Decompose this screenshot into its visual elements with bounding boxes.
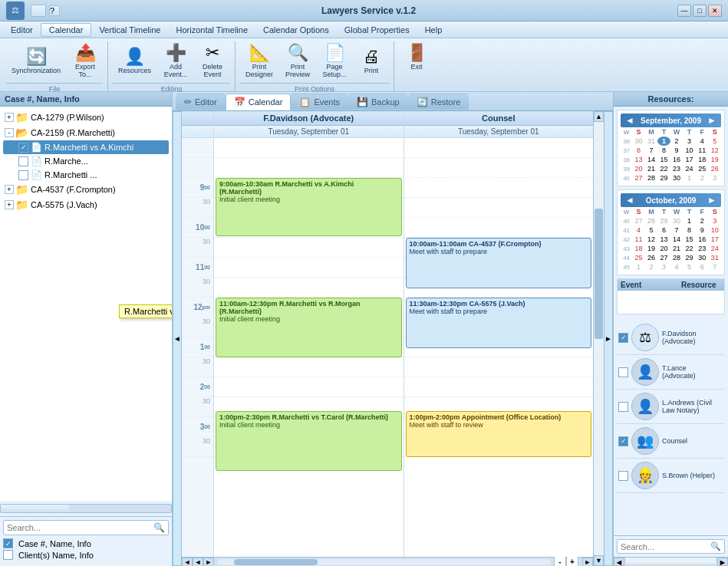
mini-cal-sep-prev[interactable]: ◄ [625, 115, 634, 126]
tab-editor[interactable]: ✏ Editor [176, 94, 226, 110]
checkbox-sub3[interactable] [18, 170, 28, 180]
sep-18[interactable]: 18 [696, 155, 709, 164]
tab-calendar[interactable]: 📅 Calendar [226, 94, 292, 110]
mini-cal-oct-next[interactable]: ► [707, 195, 716, 206]
oct-24[interactable]: 24 [708, 244, 721, 253]
sep-1-next[interactable]: 1 [683, 173, 696, 183]
oct-28p[interactable]: 28 [645, 216, 658, 225]
oct-2[interactable]: 2 [696, 216, 709, 225]
sep-20[interactable]: 20 [632, 164, 645, 173]
sep-5[interactable]: 5 [708, 137, 721, 146]
expand-CA5575[interactable]: + [5, 200, 14, 209]
maximize-button[interactable]: □ [693, 5, 707, 17]
menu-calendar-options[interactable]: Calendar Options [255, 24, 337, 36]
tree-item-CA2159[interactable]: - 📂 CA-2159 (R.Marchetti) [3, 125, 169, 140]
right-search-bar[interactable]: 🔍 [617, 539, 725, 554]
left-search-input[interactable] [7, 523, 150, 532]
right-scroll-left[interactable]: ◄ [614, 558, 624, 566]
cal-bottom-scrollbar[interactable]: ◄ ◄ ► - + ► [182, 557, 593, 566]
close-button[interactable]: ✕ [708, 5, 722, 17]
oct-5n[interactable]: 5 [683, 262, 696, 271]
oct-28[interactable]: 28 [670, 253, 684, 262]
oct-21[interactable]: 21 [670, 244, 684, 253]
sep-21[interactable]: 21 [645, 164, 658, 173]
sep-27[interactable]: 27 [632, 173, 645, 183]
event-col1-3[interactable]: 1:00pm-2:30pm R.Marchetti vs T.Carol (R.… [216, 411, 402, 471]
oct-26[interactable]: 26 [645, 253, 658, 262]
cal-nav-left[interactable]: ◄ [173, 111, 182, 566]
filter-case-name[interactable]: ✓ Case #, Name, Info [3, 538, 169, 548]
oct-22[interactable]: 22 [683, 244, 696, 253]
sep-22[interactable]: 22 [657, 164, 670, 173]
menu-horizontal-timeline[interactable]: Horizontal Timeline [168, 24, 255, 36]
cal-scroll-left[interactable]: ◄ [182, 558, 193, 567]
oct-15[interactable]: 15 [683, 235, 696, 244]
oct-6[interactable]: 6 [657, 225, 670, 235]
search-icon[interactable]: 🔍 [153, 522, 165, 533]
tree-item-sub2[interactable]: 📄 R.Marche... [3, 154, 169, 168]
sep-2[interactable]: 2 [670, 137, 684, 146]
sep-7[interactable]: 7 [645, 146, 658, 155]
sep-30-other[interactable]: 30 [632, 137, 645, 146]
oct-9[interactable]: 9 [696, 225, 709, 235]
sep-10[interactable]: 10 [683, 146, 696, 155]
oct-29[interactable]: 29 [683, 253, 696, 262]
tree-item-CA5575[interactable]: + 📁 CA-5575 (J.Vach) [3, 197, 169, 212]
oct-19[interactable]: 19 [645, 244, 658, 253]
resource-counsel-check[interactable]: ✓ [618, 436, 628, 446]
oct-30p[interactable]: 30 [670, 216, 684, 225]
event-col2-1[interactable]: 10:00am-11:00am CA-4537 (F.Crompton) Mee… [406, 238, 592, 288]
sep-29[interactable]: 29 [657, 173, 670, 183]
oct-2n[interactable]: 2 [645, 262, 658, 271]
menu-editor[interactable]: Editor [3, 24, 41, 36]
mini-cal-sep-next[interactable]: ► [707, 115, 716, 126]
oct-11[interactable]: 11 [632, 235, 645, 244]
event-col2-3[interactable]: 1:00pm-2:00pm Appointment (Office Locati… [406, 411, 592, 457]
checkbox-sub1[interactable]: ✓ [18, 143, 28, 153]
sep-3[interactable]: 3 [683, 137, 696, 146]
tab-restore[interactable]: 🔄 Restore [408, 94, 469, 110]
oct-5[interactable]: 5 [645, 225, 658, 235]
sep-1[interactable]: 1 [657, 137, 670, 146]
resources-button[interactable]: 👤 Resources [113, 41, 156, 81]
oct-27p[interactable]: 27 [632, 216, 645, 225]
cal-scroll-next[interactable]: ► [203, 558, 214, 567]
menu-help[interactable]: Help [417, 24, 450, 36]
filter-client-name[interactable]: Client(s) Name, Info [3, 550, 169, 560]
left-horizontal-scrollbar[interactable] [0, 504, 172, 513]
delete-event-button[interactable]: ✂ DeleteEvent [195, 41, 230, 81]
menu-global-properties[interactable]: Global Properties [337, 24, 417, 36]
oct-25[interactable]: 25 [632, 253, 645, 262]
sep-30[interactable]: 30 [670, 173, 684, 183]
zoom-in-button[interactable]: + [566, 556, 578, 567]
sep-25[interactable]: 25 [696, 164, 709, 173]
print-designer-button[interactable]: 📐 PrintDesigner [240, 41, 278, 81]
oct-1[interactable]: 1 [683, 216, 696, 225]
print-preview-button[interactable]: 🔍 PrintPreview [280, 41, 315, 81]
tree-item-sub3[interactable]: 📄 R.Marchetti ... [3, 168, 169, 182]
sep-11[interactable]: 11 [696, 146, 709, 155]
sep-14[interactable]: 14 [645, 155, 658, 164]
v-scroll-up[interactable]: ▲ [594, 111, 604, 122]
checkbox-sub2[interactable] [18, 156, 28, 166]
sep-15[interactable]: 15 [657, 155, 670, 164]
oct-14[interactable]: 14 [670, 235, 684, 244]
synchronization-button[interactable]: 🔄 Synchronization [6, 41, 66, 81]
filter-client-checkbox[interactable] [3, 550, 13, 560]
sep-9[interactable]: 9 [670, 146, 684, 155]
oct-3n[interactable]: 3 [657, 262, 670, 271]
resource-fdavidson-check[interactable]: ✓ [618, 333, 628, 343]
expand-CA2159[interactable]: - [5, 128, 14, 137]
minimize-button[interactable]: — [677, 5, 691, 17]
right-search-icon[interactable]: 🔍 [710, 541, 721, 551]
help-icon[interactable]: ? [49, 5, 60, 16]
oct-27[interactable]: 27 [657, 253, 670, 262]
oct-13[interactable]: 13 [657, 235, 670, 244]
cal-vertical-scrollbar[interactable]: ▲ ▼ [593, 111, 604, 566]
oct-8[interactable]: 8 [683, 225, 696, 235]
event-col1-2[interactable]: 11:00am-12:30pm R.Marchetti vs R.Morgan … [216, 298, 402, 357]
zoom-out-button[interactable]: - [554, 556, 566, 567]
sep-26[interactable]: 26 [708, 164, 721, 173]
oct-7[interactable]: 7 [670, 225, 684, 235]
oct-16[interactable]: 16 [696, 235, 709, 244]
